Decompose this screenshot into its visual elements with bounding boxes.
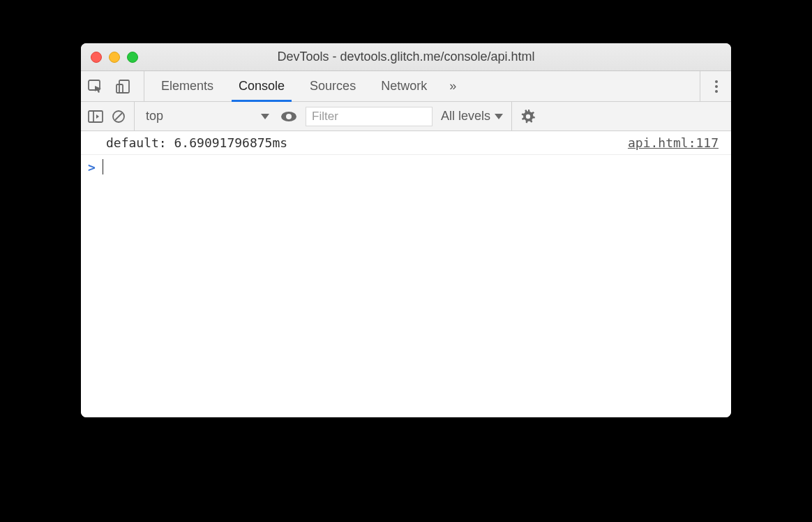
console-toolbar: top All levels xyxy=(81,102,731,131)
console-prompt-row[interactable]: > xyxy=(81,155,731,179)
traffic-lights xyxy=(91,52,138,63)
tab-elements[interactable]: Elements xyxy=(149,71,226,101)
log-row: default: 6.69091796875ms api.html:117 xyxy=(81,131,731,155)
tabs-overflow-button[interactable]: » xyxy=(439,71,466,101)
tabs-left-icons xyxy=(88,71,144,101)
more-options-button[interactable] xyxy=(709,79,724,94)
panel-tabs: Elements Console Sources Network » xyxy=(149,71,466,101)
window-minimize-button[interactable] xyxy=(109,52,120,63)
log-source-link[interactable]: api.html:117 xyxy=(628,135,719,150)
chevron-down-icon xyxy=(261,114,269,119)
log-levels-select[interactable]: All levels xyxy=(441,109,503,124)
panel-tabs-bar: Elements Console Sources Network » xyxy=(81,71,731,102)
svg-rect-6 xyxy=(89,111,103,122)
svg-point-3 xyxy=(715,80,718,83)
svg-point-11 xyxy=(286,114,292,119)
filter-input[interactable] xyxy=(306,107,433,126)
svg-point-5 xyxy=(715,90,718,93)
devtools-window: DevTools - devtools.glitch.me/console/ap… xyxy=(81,43,731,417)
context-label: top xyxy=(146,109,163,124)
console-prompt-input[interactable] xyxy=(103,160,719,174)
inspect-element-icon[interactable] xyxy=(88,80,103,94)
console-output: default: 6.69091796875ms api.html:117 > xyxy=(81,131,731,417)
tab-console[interactable]: Console xyxy=(226,71,297,101)
tabs-right-group xyxy=(691,71,724,101)
console-settings-icon[interactable] xyxy=(520,109,536,124)
svg-line-9 xyxy=(115,113,122,120)
tab-network[interactable]: Network xyxy=(368,71,439,101)
clear-console-icon[interactable] xyxy=(112,110,126,124)
console-sidebar-toggle-icon[interactable] xyxy=(88,110,103,123)
device-toolbar-icon[interactable] xyxy=(116,80,131,94)
tab-sources[interactable]: Sources xyxy=(297,71,368,101)
window-titlebar: DevTools - devtools.glitch.me/console/ap… xyxy=(81,43,731,71)
prompt-chevron-icon: > xyxy=(88,160,96,174)
divider xyxy=(700,71,700,101)
levels-label: All levels xyxy=(441,109,490,124)
divider xyxy=(134,102,135,130)
log-message: default: 6.69091796875ms xyxy=(106,135,287,150)
execution-context-select[interactable]: top xyxy=(143,109,272,124)
divider xyxy=(511,102,512,130)
chevron-down-icon xyxy=(495,114,503,119)
svg-rect-1 xyxy=(119,80,129,93)
svg-point-12 xyxy=(526,114,530,118)
window-close-button[interactable] xyxy=(91,52,102,63)
window-maximize-button[interactable] xyxy=(127,52,138,63)
live-expression-icon[interactable] xyxy=(280,111,297,122)
window-title: DevTools - devtools.glitch.me/console/ap… xyxy=(89,50,723,64)
svg-point-4 xyxy=(715,85,718,88)
